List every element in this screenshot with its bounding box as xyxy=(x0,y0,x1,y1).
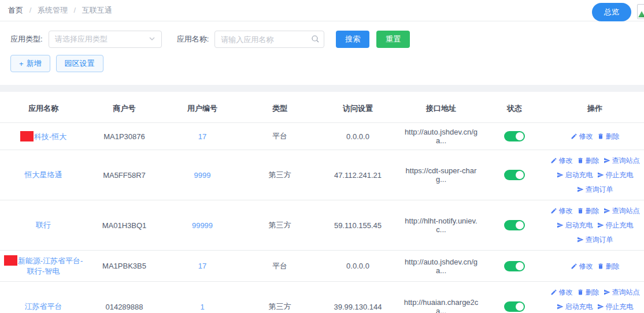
send-icon xyxy=(604,157,610,164)
edit-action[interactable]: 修改 xyxy=(550,288,573,297)
op-label: 启动充电 xyxy=(565,302,593,311)
table-header-row: 应用名称 商户号 用户编号 类型 访问设置 接口地址 状态 操作 xyxy=(0,94,644,123)
op-label: 查询站点 xyxy=(612,206,640,215)
delete-action[interactable]: 删除 xyxy=(577,288,599,297)
edit-action[interactable]: 修改 xyxy=(571,132,593,141)
breadcrumb: 首页 / 系统管理 / 互联互通 xyxy=(8,5,112,16)
op-label: 修改 xyxy=(559,288,573,297)
stop-charge-action[interactable]: 停止充电 xyxy=(597,302,634,311)
op-label: 删除 xyxy=(586,156,599,165)
send-icon xyxy=(597,303,604,310)
status-toggle[interactable] xyxy=(504,261,525,271)
status-toggle[interactable] xyxy=(504,131,525,141)
access-setting-cell: 0.0.0.0 xyxy=(346,132,369,141)
status-toggle[interactable] xyxy=(504,220,525,230)
user-no-link[interactable]: 17 xyxy=(198,132,206,141)
type-cell: 平台 xyxy=(272,132,287,140)
api-url-cell: http://auto.jshdev.cn/ga... xyxy=(405,258,478,275)
app-name-link[interactable]: 江苏省平台 xyxy=(25,302,62,311)
edit-pencil-icon xyxy=(550,207,557,214)
table-row: 江苏省平台0142898881第三方39.99.130.144http://hu… xyxy=(0,282,644,313)
overview-button[interactable]: 总览 xyxy=(592,3,631,21)
edit-action[interactable]: 修改 xyxy=(571,262,593,271)
op-label: 查询站点 xyxy=(612,156,640,165)
app-type-label: 应用类型: xyxy=(10,34,43,44)
app-name-link[interactable]: 恒大星络通 xyxy=(25,170,62,179)
user-no-link[interactable]: 9999 xyxy=(194,171,211,180)
query-site-action[interactable]: 查询站点 xyxy=(604,156,640,165)
merchant-no-cell: MA5FF58R7 xyxy=(103,171,146,180)
stop-charge-action[interactable]: 停止充电 xyxy=(597,221,634,230)
plus-icon: + xyxy=(19,59,24,68)
delete-action[interactable]: 删除 xyxy=(597,262,620,271)
send-icon xyxy=(557,303,564,310)
query-site-action[interactable]: 查询站点 xyxy=(604,206,640,215)
query-order-action[interactable]: 查询订单 xyxy=(577,235,613,244)
col-access: 访问设置 xyxy=(317,94,399,123)
access-setting-cell: 39.99.130.144 xyxy=(334,303,382,311)
add-button[interactable]: + 新增 xyxy=(10,55,50,72)
delete-action[interactable]: 删除 xyxy=(577,156,599,165)
breadcrumb-home[interactable]: 首页 xyxy=(8,6,23,14)
breadcrumb-separator: / xyxy=(29,6,32,14)
merchant-no-cell: 014289888 xyxy=(105,303,143,311)
user-no-link[interactable]: 99999 xyxy=(192,221,213,230)
user-no-link[interactable]: 17 xyxy=(198,262,206,270)
op-label: 删除 xyxy=(586,206,599,215)
app-name-link[interactable]: 新能源-江苏省平台-联行-智电 xyxy=(18,256,83,275)
search-button[interactable]: 搜索 xyxy=(336,31,369,48)
delete-action[interactable]: 删除 xyxy=(577,206,599,215)
query-order-action[interactable]: 查询订单 xyxy=(577,185,613,194)
reset-button[interactable]: 重置 xyxy=(376,31,410,48)
access-setting-cell: 0.0.0.0 xyxy=(346,262,369,270)
app-type-select[interactable]: 请选择应用类型 xyxy=(49,31,162,48)
user-no-link[interactable]: 1 xyxy=(200,303,204,311)
op-label: 停止充电 xyxy=(606,221,634,230)
query-site-action[interactable]: 查询站点 xyxy=(604,288,640,297)
edit-pencil-icon xyxy=(550,289,557,296)
filter-panel: 应用类型: 请选择应用类型 应用名称: 搜索 重置 + 新增 园区设置 xyxy=(0,21,644,85)
access-setting-cell: 59.110.155.45 xyxy=(334,221,382,230)
app-name-link[interactable]: 科技-恒大 xyxy=(34,132,66,141)
op-label: 启动充电 xyxy=(565,221,593,230)
edit-pencil-icon xyxy=(571,263,578,270)
app-table: 应用名称 商户号 用户编号 类型 访问设置 接口地址 状态 操作 科技-恒大MA… xyxy=(0,94,644,313)
status-toggle[interactable] xyxy=(504,170,525,180)
op-label: 修改 xyxy=(579,262,593,271)
merchant-no-cell: MA01H3BQ1 xyxy=(102,221,147,230)
park-settings-label: 园区设置 xyxy=(65,58,95,69)
start-charge-action[interactable]: 启动充电 xyxy=(557,221,593,230)
breadcrumb-interconnect[interactable]: 互联互通 xyxy=(82,6,112,14)
stop-charge-action[interactable]: 停止充电 xyxy=(597,170,634,180)
op-label: 查询订单 xyxy=(586,185,613,194)
trash-icon xyxy=(597,263,604,270)
api-url-cell: http://huaian.charge2ca... xyxy=(404,298,479,313)
op-label: 查询订单 xyxy=(586,235,613,244)
app-name-label: 应用名称: xyxy=(177,34,209,44)
status-toggle[interactable] xyxy=(504,301,525,312)
app-name-input[interactable] xyxy=(214,31,324,48)
edit-pencil-icon xyxy=(571,133,578,140)
table-row: 恒大星络通MA5FF58R79999第三方47.112.241.21https:… xyxy=(0,150,644,200)
start-charge-action[interactable]: 启动充电 xyxy=(557,170,593,180)
trash-icon xyxy=(597,133,604,140)
api-url-cell: http://hlht-notify.uniev.c... xyxy=(405,217,477,234)
park-settings-button[interactable]: 园区设置 xyxy=(56,55,103,72)
col-status: 状态 xyxy=(483,94,546,123)
delete-action[interactable]: 删除 xyxy=(597,132,620,141)
edit-action[interactable]: 修改 xyxy=(550,156,573,165)
breadcrumb-system-management[interactable]: 系统管理 xyxy=(38,6,68,14)
edit-action[interactable]: 修改 xyxy=(550,206,573,215)
trash-icon xyxy=(577,289,584,296)
col-actions: 操作 xyxy=(546,94,644,123)
api-url-cell: https://cdt-super-charg... xyxy=(406,166,477,184)
app-table-panel: 应用名称 商户号 用户编号 类型 访问设置 接口地址 状态 操作 科技-恒大MA… xyxy=(0,92,644,313)
op-label: 删除 xyxy=(586,288,599,297)
start-charge-action[interactable]: 启动充电 xyxy=(557,302,593,311)
app-name-link[interactable]: 联行 xyxy=(36,221,51,229)
chevron-down-icon xyxy=(149,35,156,44)
type-cell: 第三方 xyxy=(269,302,291,311)
send-icon xyxy=(577,186,584,193)
access-setting-cell: 47.112.241.21 xyxy=(334,171,382,180)
op-label: 启动充电 xyxy=(565,170,593,180)
